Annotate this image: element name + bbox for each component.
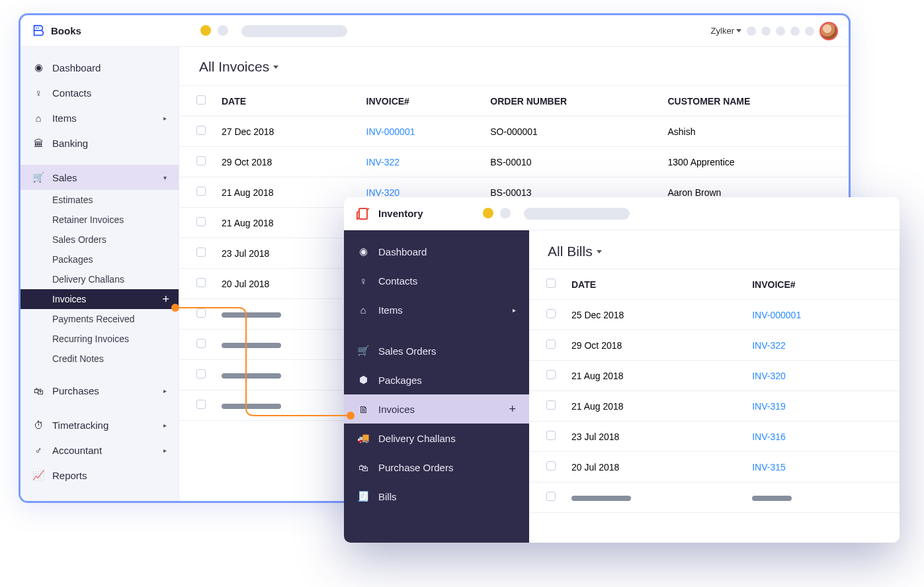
connector-dot-end [347, 412, 355, 420]
connector-dot-start [171, 304, 179, 312]
connector-line [0, 0, 924, 587]
